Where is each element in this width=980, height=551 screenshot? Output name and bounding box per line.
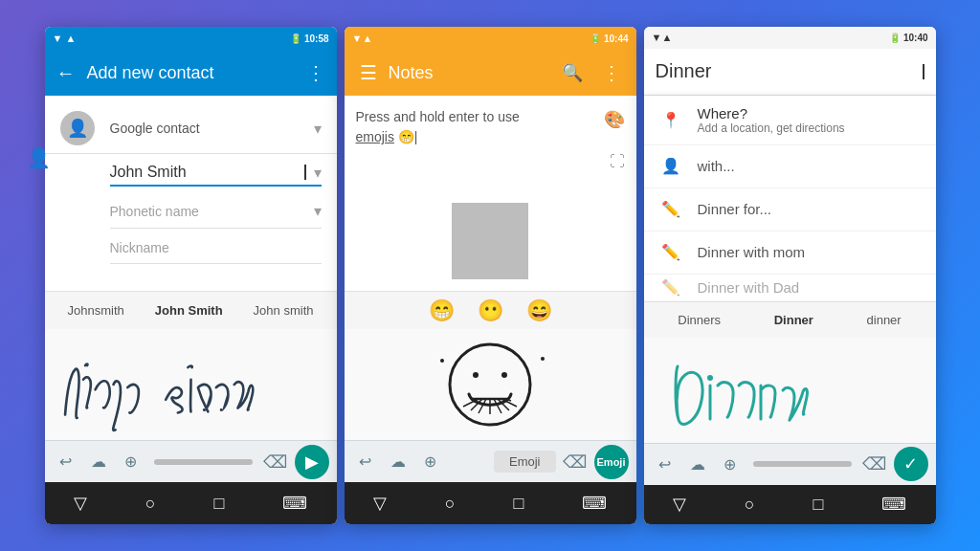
svg-point-1 xyxy=(473,372,479,378)
notes-handwriting xyxy=(345,329,636,440)
note-text-1: Press and hold enter to use xyxy=(356,109,520,124)
suggestion-bar-1: Johnsmith John Smith John smith xyxy=(45,291,337,329)
wifi-icon: ▼ xyxy=(53,33,63,44)
keyboard-nav-icon-2[interactable]: ⌨ xyxy=(582,493,607,514)
emoji-3[interactable]: 😄 xyxy=(526,298,552,323)
status-icons-1: 🔋 10:58 xyxy=(290,33,329,44)
check-icon: ✓ xyxy=(903,453,918,474)
note-emoji-icon[interactable]: 🎨 xyxy=(604,107,625,133)
account-row[interactable]: 👤 Google contact ▾ xyxy=(45,103,337,154)
keyboard-nav-icon[interactable]: ⌨ xyxy=(282,493,307,514)
dinner-toolbar: ↩ ☁ ⊕ ⌫ ✓ xyxy=(644,443,936,485)
cloud-icon[interactable]: ☁ xyxy=(85,449,112,475)
handwriting-input-bar[interactable] xyxy=(154,459,253,465)
dropdown-dinner-for[interactable]: ✏️ Dinner for... xyxy=(644,188,936,231)
more-button-2[interactable]: ⋮ xyxy=(602,61,621,84)
dropdown-location[interactable]: 📍 Where? Add a location, get directions xyxy=(644,96,936,145)
dinner-keyboard-area: ↩ ☁ ⊕ ⌫ ✓ xyxy=(644,338,936,485)
recents-nav-icon[interactable]: □ xyxy=(213,494,224,514)
location-title: Where? xyxy=(698,105,921,121)
back-nav-icon[interactable]: ▽ xyxy=(74,493,87,514)
recents-nav-icon-3[interactable]: □ xyxy=(813,495,823,515)
keyboard-toolbar-1: ↩ ☁ ⊕ ⌫ ▶ xyxy=(45,440,337,482)
notes-body: Press and hold enter to use emojis 😁| 🎨 … xyxy=(345,96,636,291)
app-bar-1: ← Add new contact ⋮ xyxy=(45,50,337,96)
status-bar-left-1: ▼ ▲ xyxy=(53,33,77,44)
nickname-row[interactable]: Nickname xyxy=(110,232,322,264)
recents-nav-icon-2[interactable]: □ xyxy=(513,494,523,514)
dinner-mom-pencil-icon: ✏️ xyxy=(659,241,682,264)
globe-icon-2[interactable]: ⊕ xyxy=(417,449,444,475)
cloud-icon-3[interactable]: ☁ xyxy=(684,451,711,477)
delete-icon-3[interactable]: ⌫ xyxy=(861,451,888,477)
battery-icon-2: 🔋 xyxy=(590,33,601,44)
forward-icon: ▶ xyxy=(305,452,319,473)
home-nav-icon-2[interactable]: ○ xyxy=(445,494,456,514)
undo-icon-3[interactable]: ↩ xyxy=(652,451,679,477)
status-time-3: 10:40 xyxy=(903,33,928,43)
undo-icon[interactable]: ↩ xyxy=(53,449,79,475)
back-nav-icon-2[interactable]: ▽ xyxy=(373,493,387,514)
home-nav-icon[interactable]: ○ xyxy=(145,494,156,514)
with-person-icon: 👤 xyxy=(659,155,682,178)
dinner-dad-label: Dinner with Dad xyxy=(698,279,800,296)
status-bar-left-2: ▼▲ xyxy=(352,33,373,44)
text-cursor-3 xyxy=(923,64,924,79)
undo-icon-2[interactable]: ↩ xyxy=(352,449,379,475)
status-icons-3: 🔋 10:40 xyxy=(889,33,928,43)
dinner-input[interactable]: Dinner xyxy=(656,60,924,82)
globe-icon-3[interactable]: ⊕ xyxy=(717,451,744,477)
phone1: ▼ ▲ 🔋 10:58 ← Add new contact ⋮ 👤 Google… xyxy=(45,27,337,524)
notes-input[interactable]: Press and hold enter to use emojis 😁| 🎨 … xyxy=(356,107,625,184)
back-button-1[interactable]: ← xyxy=(56,62,76,84)
suggestion-1[interactable]: Johnsmith xyxy=(60,299,132,321)
dinner-handwriting-svg xyxy=(660,338,919,443)
phonetic-row[interactable]: Phonetic name ▾ xyxy=(110,194,322,229)
delete-icon[interactable]: ⌫ xyxy=(262,449,289,475)
note-expand-icon[interactable]: ⛶ xyxy=(610,150,625,173)
dinner-suggestion-2[interactable]: Dinner xyxy=(767,309,821,331)
dinner-for-label: Dinner for... xyxy=(698,201,772,217)
suggestion-3[interactable]: John smith xyxy=(246,299,322,321)
globe-icon[interactable]: ⊕ xyxy=(118,449,145,475)
keyboard-area-1: ↩ ☁ ⊕ ⌫ ▶ xyxy=(45,329,337,482)
dropdown-with[interactable]: 👤 with... xyxy=(644,145,936,188)
home-nav-icon-3[interactable]: ○ xyxy=(745,495,755,515)
keyboard-nav-icon-3[interactable]: ⌨ xyxy=(881,494,906,515)
emoji-keyboard-button[interactable]: Emoji xyxy=(494,451,556,473)
check-button[interactable]: ✓ xyxy=(894,447,928,481)
search-button-2[interactable]: 🔍 xyxy=(562,62,583,83)
status-bar-2: ▼▲ 🔋 10:44 xyxy=(345,27,636,50)
name-input-value[interactable]: John Smith xyxy=(110,160,298,185)
delete-icon-2[interactable]: ⌫ xyxy=(562,449,589,475)
dinner-for-pencil-icon: ✏️ xyxy=(659,198,682,221)
back-nav-icon-3[interactable]: ▽ xyxy=(673,494,686,515)
dinner-input-bar[interactable] xyxy=(753,461,852,467)
text-cursor xyxy=(304,165,306,180)
notes-suggestion-bar: 😁 😶 😄 xyxy=(345,291,636,329)
note-image-placeholder xyxy=(452,203,528,279)
dinner-suggestion-1[interactable]: Dinners xyxy=(670,309,728,331)
dropdown-dinner-dad[interactable]: ✏️ Dinner with Dad xyxy=(644,275,936,301)
phone2: ▼▲ 🔋 10:44 ☰ Notes 🔍 ⋮ Press and hold en… xyxy=(345,27,636,524)
menu-button-2[interactable]: ☰ xyxy=(360,61,377,84)
person-icon: 👤 xyxy=(67,118,88,139)
emoji-1[interactable]: 😁 xyxy=(429,298,455,323)
signal-icon: ▲ xyxy=(65,33,76,44)
enter-button[interactable]: ▶ xyxy=(295,445,329,479)
nav-bar-1: ▽ ○ □ ⌨ xyxy=(45,482,337,524)
emoji-2[interactable]: 😶 xyxy=(478,298,503,323)
name-field[interactable]: John Smith ▾ xyxy=(110,160,322,187)
location-sub: Add a location, get directions xyxy=(698,121,921,135)
more-button-1[interactable]: ⋮ xyxy=(306,61,325,84)
dropdown-dinner-mom[interactable]: ✏️ Dinner with mom xyxy=(644,231,936,275)
dinner-suggestion-bar: Dinners Dinner dinner xyxy=(644,301,936,338)
abc-button[interactable]: Emoji xyxy=(594,445,629,479)
emoji-suggestions: 😁 😶 😄 xyxy=(429,298,552,323)
note-text-underline: emojis xyxy=(356,129,394,144)
suggestion-2[interactable]: John Smith xyxy=(147,299,231,321)
cloud-icon-2[interactable]: ☁ xyxy=(385,449,412,475)
dinner-suggestion-3[interactable]: dinner xyxy=(859,309,909,331)
battery-icon: 🔋 xyxy=(290,33,301,44)
phonetic-label: Phonetic name xyxy=(110,204,199,219)
